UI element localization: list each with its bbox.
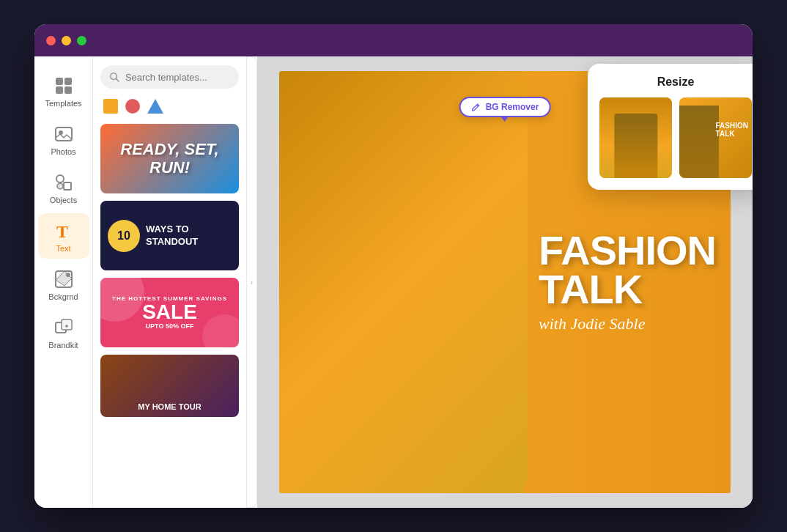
- resize-popup: Resize FASHIONTALK: [588, 64, 753, 190]
- search-input[interactable]: [125, 72, 230, 83]
- template-2-text: WAYS TO STANDOUT: [146, 223, 232, 248]
- brandkit-icon: [53, 317, 74, 338]
- triangle-filter[interactable]: [147, 99, 163, 114]
- sidebar-brandkit-label: Brandkit: [48, 341, 78, 350]
- maximize-button[interactable]: [77, 36, 86, 45]
- search-icon: [109, 71, 119, 83]
- template-3-sub: UPTO 50% OFF: [146, 322, 194, 330]
- svg-text:T: T: [56, 222, 68, 240]
- svg-line-15: [117, 79, 119, 81]
- svg-rect-0: [56, 78, 63, 85]
- minimize-button[interactable]: [62, 36, 71, 45]
- svg-rect-3: [64, 86, 72, 94]
- fashion-headline-1: FASHION: [539, 231, 716, 270]
- template-2-badge: 10: [108, 220, 140, 252]
- person-image: [279, 71, 528, 493]
- sidebar-item-templates[interactable]: Templates: [38, 68, 89, 114]
- shape-filters: [100, 96, 239, 117]
- resize-preview-portrait[interactable]: [599, 97, 672, 178]
- svg-rect-2: [56, 86, 63, 94]
- chevron-icon: ›: [251, 278, 253, 287]
- square-filter[interactable]: [103, 99, 118, 114]
- close-button[interactable]: [46, 36, 56, 45]
- sidebar-item-brandkit[interactable]: Brandkit: [38, 310, 89, 355]
- template-4-text: MY HOME TOUR: [138, 402, 201, 411]
- sidebar-item-bckgrnd[interactable]: Bckgrnd: [38, 262, 89, 307]
- svg-rect-7: [64, 182, 71, 190]
- sidebar-item-photos[interactable]: Photos: [38, 117, 89, 162]
- template-1-text: READY, SET, RUN!: [108, 141, 232, 176]
- bg-remover-tooltip[interactable]: BG Remover: [459, 97, 551, 117]
- photo-icon: [53, 124, 74, 144]
- preview-image-2: FASHIONTALK: [679, 97, 752, 178]
- svg-rect-1: [64, 78, 72, 85]
- template-card-ready-set-run[interactable]: READY, SET, RUN!: [100, 124, 239, 193]
- fashion-subtitle: with Jodie Sable: [539, 314, 716, 333]
- sidebar: Templates Photos: [34, 56, 93, 508]
- text-icon: T: [53, 221, 74, 241]
- circle-filter[interactable]: [125, 99, 140, 114]
- canvas-area: BG Remover FASHION TALK with Jodie Sable…: [257, 56, 753, 508]
- background-icon: [53, 269, 74, 289]
- titlebar: [34, 24, 753, 56]
- resize-preview-square[interactable]: FASHIONTALK: [679, 97, 752, 178]
- browser-body: Templates Photos: [34, 56, 753, 508]
- template-3-sale: SALE: [142, 302, 197, 322]
- svg-point-6: [56, 175, 64, 182]
- fashion-text-overlay: FASHION TALK with Jodie Sable: [539, 231, 716, 333]
- sidebar-objects-label: Objects: [50, 196, 77, 204]
- sidebar-templates-label: Templates: [45, 99, 81, 108]
- preview-image-1: [599, 97, 672, 178]
- resize-title: Resize: [599, 75, 752, 89]
- svg-point-11: [66, 273, 70, 277]
- sidebar-text-label: Text: [56, 244, 70, 253]
- sidebar-photos-label: Photos: [51, 147, 75, 156]
- template-card-sale[interactable]: THE HOTTEST Summer Savings SALE UPTO 50%…: [100, 278, 239, 347]
- templates-panel: READY, SET, RUN! 10 WAYS TO STANDOUT THE…: [93, 56, 247, 508]
- svg-point-8: [57, 183, 63, 189]
- search-bar[interactable]: [100, 65, 239, 89]
- template-card-home-tour[interactable]: MY HOME TOUR: [100, 355, 239, 417]
- svg-rect-4: [56, 128, 72, 141]
- panel-expand-handle[interactable]: ›: [247, 56, 257, 508]
- sidebar-item-text[interactable]: T Text: [38, 213, 89, 259]
- resize-previews: FASHIONTALK: [599, 97, 752, 178]
- fashion-headline-2: TALK: [539, 270, 716, 309]
- edit-icon: [471, 102, 481, 112]
- grid-icon: [53, 75, 74, 96]
- template-card-10-ways[interactable]: 10 WAYS TO STANDOUT: [100, 201, 239, 270]
- sidebar-item-objects[interactable]: Objects: [38, 165, 89, 210]
- bg-remover-label: BG Remover: [486, 102, 539, 112]
- sidebar-bckgrnd-label: Bckgrnd: [48, 292, 78, 301]
- browser-window: Templates Photos: [34, 24, 753, 508]
- objects-icon: [53, 172, 74, 193]
